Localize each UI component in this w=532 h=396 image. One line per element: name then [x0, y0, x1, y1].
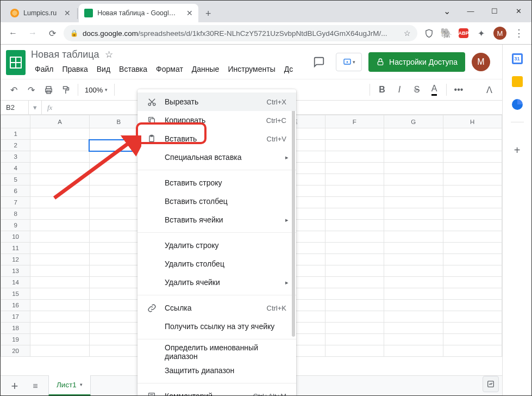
cell[interactable] — [384, 254, 443, 265]
menu-item[interactable]: Дс — [280, 63, 297, 76]
evernote-icon[interactable]: 🐘 — [441, 28, 451, 38]
column-header[interactable]: F — [325, 115, 384, 128]
cell[interactable] — [443, 197, 502, 208]
context-menu-item[interactable]: Специальная вставка — [137, 148, 296, 166]
collapse-toolbar-icon[interactable]: ᐱ — [481, 82, 497, 97]
row-header[interactable]: 19 — [1, 334, 30, 345]
redo-button[interactable]: ↷ — [23, 82, 39, 97]
context-menu-item[interactable]: Защитить диапазон — [137, 361, 296, 380]
cell[interactable] — [325, 311, 384, 323]
cell[interactable] — [443, 140, 502, 151]
more-formats-button[interactable]: ••• — [451, 82, 466, 97]
cell[interactable] — [325, 300, 384, 311]
bookmark-icon[interactable]: ☆ — [404, 29, 411, 38]
cell[interactable] — [443, 163, 502, 174]
row-header[interactable]: 11 — [1, 243, 30, 254]
explore-button[interactable] — [483, 376, 499, 392]
cell[interactable] — [30, 265, 89, 277]
cell[interactable] — [443, 300, 502, 311]
extensions-icon[interactable]: ✦ — [476, 28, 486, 38]
context-menu-item[interactable]: Вставить столбец — [137, 192, 296, 211]
close-window-button[interactable]: ✕ — [506, 3, 530, 19]
cell[interactable] — [30, 254, 89, 265]
all-sheets-button[interactable]: ≡ — [28, 379, 43, 394]
cell[interactable] — [443, 311, 502, 323]
forward-button[interactable]: → — [24, 25, 41, 41]
cell[interactable] — [30, 311, 89, 323]
cell[interactable] — [384, 185, 443, 197]
cell[interactable] — [443, 174, 502, 185]
add-sheet-button[interactable]: + — [7, 379, 22, 394]
cell[interactable] — [325, 334, 384, 345]
profile-avatar[interactable]: М — [493, 27, 506, 40]
cell[interactable] — [325, 288, 384, 300]
cell[interactable] — [30, 185, 89, 197]
cell[interactable] — [30, 197, 89, 208]
row-header[interactable]: 16 — [1, 300, 30, 311]
row-header[interactable]: 13 — [1, 265, 30, 277]
sheet-tab-menu-icon[interactable]: ▾ — [80, 382, 83, 387]
cell[interactable] — [30, 174, 89, 185]
row-header[interactable]: 9 — [1, 220, 30, 231]
new-tab-button[interactable]: + — [201, 6, 216, 21]
reload-button[interactable]: ⟳ — [44, 25, 60, 41]
cell[interactable] — [325, 277, 384, 288]
cell[interactable] — [384, 163, 443, 174]
row-header[interactable]: 15 — [1, 288, 30, 300]
cell[interactable] — [30, 231, 89, 243]
cell[interactable] — [30, 334, 89, 345]
back-button[interactable]: ← — [5, 25, 21, 41]
context-menu-item[interactable]: Вставить строку — [137, 174, 296, 192]
row-header[interactable]: 6 — [1, 185, 30, 197]
cell[interactable] — [384, 128, 443, 140]
kebab-menu-icon[interactable]: ⋮ — [514, 28, 524, 38]
context-menu-item[interactable]: Вставить ячейки — [137, 211, 296, 229]
row-header[interactable]: 12 — [1, 254, 30, 265]
share-button[interactable]: Настройки Доступа — [368, 52, 465, 72]
context-menu-item[interactable]: Удалить столбец — [137, 255, 296, 273]
cell[interactable] — [384, 345, 443, 357]
cell[interactable] — [325, 128, 384, 140]
cell[interactable] — [30, 140, 89, 151]
context-menu-item[interactable]: Получить ссылку на эту ячейку — [137, 317, 296, 336]
cell[interactable] — [384, 208, 443, 220]
cell[interactable] — [384, 288, 443, 300]
cell[interactable] — [325, 265, 384, 277]
cell[interactable] — [443, 185, 502, 197]
cell[interactable] — [443, 265, 502, 277]
cell[interactable] — [384, 323, 443, 334]
cell[interactable] — [30, 288, 89, 300]
cell[interactable] — [325, 151, 384, 163]
cell[interactable] — [384, 243, 443, 254]
doc-title[interactable]: Новая таблица — [31, 49, 99, 60]
cell[interactable] — [325, 345, 384, 357]
column-header[interactable]: G — [384, 115, 443, 128]
cell[interactable] — [30, 243, 89, 254]
column-header[interactable]: A — [30, 115, 89, 128]
cell[interactable] — [443, 345, 502, 357]
add-addon-icon[interactable]: + — [512, 145, 523, 156]
cell[interactable] — [384, 220, 443, 231]
comments-button[interactable] — [309, 53, 329, 71]
menu-item[interactable]: Формат — [152, 63, 187, 76]
cell-ref-dropdown-icon[interactable]: ▾ — [29, 101, 42, 114]
context-menu-item[interactable]: СсылкаCtrl+K — [137, 299, 296, 317]
context-menu-item[interactable]: ВставитьCtrl+V — [137, 129, 296, 148]
row-header[interactable]: 20 — [1, 345, 30, 357]
row-header[interactable]: 14 — [1, 277, 30, 288]
account-avatar[interactable]: М — [472, 53, 490, 71]
browser-tab-inactive[interactable]: Lumpics.ru ✕ — [5, 4, 76, 22]
row-header[interactable]: 10 — [1, 231, 30, 243]
paint-format-button[interactable] — [58, 82, 73, 97]
row-header[interactable]: 7 — [1, 197, 30, 208]
cell[interactable] — [384, 140, 443, 151]
menu-item[interactable]: Вид — [93, 63, 114, 76]
row-header[interactable]: 3 — [1, 151, 30, 163]
context-menu-item[interactable]: Определить именованный диапазон — [137, 343, 296, 361]
cell[interactable] — [443, 231, 502, 243]
cell[interactable] — [325, 140, 384, 151]
cell[interactable] — [443, 208, 502, 220]
context-menu-item[interactable]: Удалить строку — [137, 236, 296, 255]
tasks-icon[interactable] — [512, 99, 523, 110]
cell[interactable] — [30, 208, 89, 220]
